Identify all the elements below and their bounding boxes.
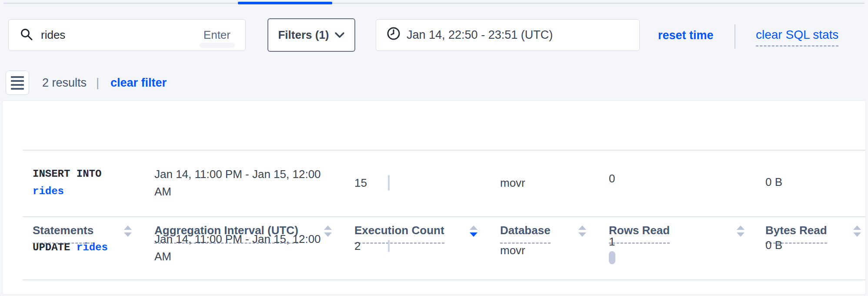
rows-read-value: 1	[609, 233, 615, 250]
results-count: 2 results	[42, 76, 87, 90]
statement-table-link[interactable]: rides	[77, 242, 108, 253]
search-box[interactable]: Enter	[8, 19, 246, 51]
clear-filter-link[interactable]: clear filter	[110, 76, 167, 90]
bytes-read-cell: 0 B	[765, 173, 782, 191]
filters-button-label: Filters (1)	[278, 28, 329, 42]
statement-table-link[interactable]: rides	[33, 185, 64, 197]
enter-key-hint: Enter	[200, 28, 234, 42]
table-row[interactable]: INSERT INTO rides Jan 14, 11:00 PM - Jan…	[3, 151, 865, 216]
clock-icon	[387, 27, 401, 44]
execution-count-cell: 15	[354, 174, 390, 192]
statement-keyword: INSERT INTO	[33, 168, 101, 180]
clear-sql-stats-link[interactable]: clear SQL stats	[756, 28, 838, 47]
rows-read-value: 0	[609, 170, 615, 187]
reset-time-link[interactable]: reset time	[658, 29, 714, 42]
bottom-divider	[23, 279, 865, 280]
statement-keyword: UPDATE	[33, 242, 70, 253]
results-separator: |	[96, 76, 99, 90]
tab-strip	[0, 0, 868, 3]
columns-icon	[11, 76, 24, 90]
rows-read-cell: 1	[609, 233, 615, 264]
tab-strip-baseline	[3, 3, 865, 4]
statements-table-card: Statements Aggregation Interval (UTC) Ex…	[3, 101, 865, 294]
column-selector-button[interactable]	[6, 71, 29, 95]
filters-button[interactable]: Filters (1)	[267, 18, 355, 52]
sql-activity-page: Enter Filters (1) Jan 14, 22:50 - 23:51 …	[0, 0, 868, 296]
statement-cell: UPDATE rides	[33, 239, 134, 256]
results-bar: 2 results | clear filter	[6, 71, 167, 95]
active-tab-indicator	[238, 2, 332, 4]
statement-cell: INSERT INTO rides	[33, 165, 134, 200]
table-row[interactable]: UPDATE rides Jan 14, 11:00 PM - Jan 15, …	[3, 217, 865, 279]
execution-count-bar	[388, 240, 390, 252]
database-cell: movr	[500, 174, 525, 192]
rows-read-cell: 0	[609, 170, 615, 187]
database-cell: movr	[500, 242, 525, 259]
time-range-label: Jan 14, 22:50 - 23:51 (UTC)	[407, 28, 553, 42]
search-icon	[20, 28, 33, 43]
toolbar-divider	[734, 24, 735, 49]
time-range-picker[interactable]: Jan 14, 22:50 - 23:51 (UTC)	[376, 19, 640, 51]
chevron-down-icon	[334, 28, 345, 42]
execution-count-cell: 2	[354, 237, 390, 255]
execution-count-bar	[388, 175, 390, 191]
execution-count-value: 15	[354, 174, 375, 192]
aggregation-interval-cell: Jan 14, 11:00 PM - Jan 15, 12:00 AM	[154, 230, 328, 265]
toolbar: Enter Filters (1) Jan 14, 22:50 - 23:51 …	[0, 19, 868, 51]
rows-read-bar	[609, 251, 615, 264]
aggregation-interval-cell: Jan 14, 11:00 PM - Jan 15, 12:00 AM	[154, 165, 328, 200]
execution-count-value: 2	[354, 237, 375, 255]
bytes-read-cell: 0 B	[765, 236, 782, 254]
search-input[interactable]	[41, 28, 200, 42]
